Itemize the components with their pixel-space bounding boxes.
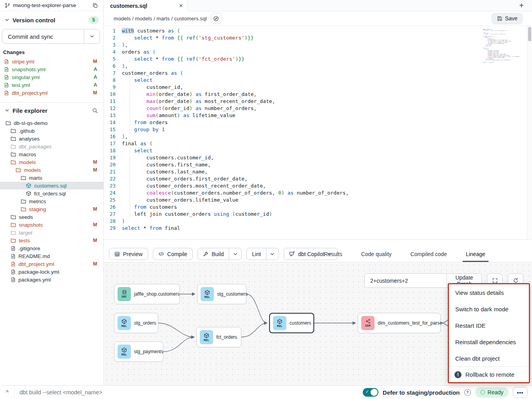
tree-item-package-lock.yml[interactable]: package-lock.yml: [0, 268, 103, 276]
menu-item-clean-dbt-project[interactable]: Clean dbt project: [449, 350, 529, 367]
tree-item-snapshots[interactable]: snapshotsM: [0, 221, 103, 229]
lint-options-chevron[interactable]: [266, 248, 279, 260]
tree-item-packages.yml[interactable]: packages.yml: [0, 276, 103, 283]
chevron-down-icon: [5, 108, 9, 113]
close-tab-icon[interactable]: ×: [179, 2, 183, 9]
tree-item-seeds[interactable]: seeds: [0, 213, 103, 221]
defer-toggle[interactable]: ✓: [363, 388, 378, 397]
file-tree: db-sl-qs-demo.githubanalysesdbt_packages…: [0, 119, 103, 283]
copilot-compass-button[interactable]: [211, 13, 222, 24]
file-search-button[interactable]: [91, 107, 99, 114]
help-icon[interactable]: ?: [464, 389, 471, 396]
menu-item-rollback-to-remote[interactable]: ! Rollback to remote: [449, 367, 529, 382]
lineage-node-stg_orders[interactable]: MDLstg_orders: [114, 313, 158, 333]
tree-item-models[interactable]: modelsM: [0, 166, 103, 174]
tab-code-quality[interactable]: Code quality: [360, 246, 393, 262]
menu-item-view-status-details[interactable]: View status details: [449, 284, 529, 301]
tree-item-label: staging: [29, 206, 90, 212]
tab-results[interactable]: Results: [323, 246, 343, 262]
compile-button[interactable]: Compile: [153, 248, 193, 260]
lint-button[interactable]: Lint: [247, 248, 266, 260]
tree-item-staging[interactable]: stagingM: [0, 205, 103, 213]
menu-item-restart-ide[interactable]: Restart IDE: [449, 317, 529, 334]
editor-scrollbar[interactable]: [527, 26, 532, 239]
line-number: 5: [104, 56, 122, 63]
preview-button[interactable]: Preview: [109, 248, 148, 260]
tree-item-label: tests: [19, 238, 90, 244]
change-row-dbt_project.yml[interactable]: dbt_project.ymlM: [0, 89, 103, 97]
build-options-chevron[interactable]: [229, 248, 241, 260]
version-control-header[interactable]: Version control 5: [0, 14, 103, 26]
mdl-badge: MDL: [118, 316, 131, 330]
ide-status-badge[interactable]: Ready: [475, 387, 508, 397]
tree-item-models[interactable]: modelsM: [0, 158, 103, 166]
tree-item-macros[interactable]: macros: [0, 150, 103, 158]
command-input[interactable]: dbt build --select <model_name>: [15, 389, 363, 395]
changes-count-badge: 5: [89, 16, 99, 24]
tree-item-label: customers.sql: [34, 183, 97, 189]
copy-project-button[interactable]: [92, 2, 99, 9]
tree-item-tests[interactable]: testsM: [0, 237, 103, 244]
folder-icon: [11, 214, 16, 220]
file-icon: [11, 246, 16, 251]
tree-item-marts[interactable]: marts: [0, 174, 103, 182]
node-label: stg_customers: [217, 291, 248, 297]
tree-item-metrics[interactable]: metrics: [0, 197, 103, 205]
line-number: 24: [104, 190, 122, 197]
tree-item-label: metrics: [29, 199, 97, 204]
tree-item-customers.sql[interactable]: customers.sql: [0, 182, 103, 190]
menu-item-switch-to-dark-mode[interactable]: Switch to dark mode: [449, 301, 529, 317]
line-number: 8: [104, 77, 122, 84]
tree-item-README.md[interactable]: README.md: [0, 252, 103, 260]
tree-item-dbt_packages[interactable]: dbt_packages: [0, 143, 103, 150]
line-number: 23: [104, 182, 122, 190]
scrollbar-thumb[interactable]: [528, 27, 531, 41]
tree-item-dbt_project.yml[interactable]: dbt_project.ymlM: [0, 260, 103, 268]
tab-compiled-code[interactable]: Compiled code: [410, 246, 448, 262]
change-row-singular.yml[interactable]: singular.ymlA: [0, 73, 103, 81]
code-editor[interactable]: 1with customers as (2 select * from {{ r…: [104, 26, 532, 240]
change-row-snapshots.yml[interactable]: snapshots.ymlA: [0, 65, 103, 73]
tree-item-label: fct_orders.sql: [34, 191, 97, 197]
code-line-11: 11 max(order_date) as most_recent_order_…: [104, 98, 532, 105]
lineage-node-jaffle_shop.customers[interactable]: SRCjaffle_shop.customers: [114, 284, 180, 304]
tab-lineage[interactable]: Lineage: [465, 246, 486, 262]
lineage-node-customers[interactable]: MDLcustomers: [269, 313, 314, 333]
tree-item-.github[interactable]: .github: [0, 127, 103, 135]
build-split-button: Build: [197, 248, 242, 260]
commit-and-sync-button[interactable]: Commit and sync: [2, 29, 84, 43]
more-options-button[interactable]: •••: [513, 387, 528, 398]
tree-item-db-sl-qs-demo[interactable]: db-sl-qs-demo: [0, 119, 103, 127]
lineage-node-stg_payments[interactable]: MDLstg_payments: [114, 341, 163, 362]
tree-item-analyses[interactable]: analyses: [0, 135, 103, 143]
tree-item-label: marts: [29, 175, 97, 181]
build-button[interactable]: Build: [198, 248, 229, 260]
tree-item-status: M: [93, 222, 97, 227]
lineage-node-dim_customers_test_for_parse[interactable]: SEMdim_customers_test_for_parse: [358, 313, 441, 333]
change-status: M: [93, 90, 97, 96]
line-number: 27: [104, 211, 122, 218]
save-icon: [497, 16, 502, 21]
folder-icon: [11, 238, 16, 243]
lineage-node-fct_orders[interactable]: MDLfct_orders: [196, 327, 241, 347]
commit-options-chevron[interactable]: [84, 29, 100, 43]
file-explorer-header[interactable]: File explorer: [0, 104, 103, 117]
rollback-label: Rollback to remote: [465, 371, 514, 378]
new-tab-button[interactable]: +: [516, 0, 527, 11]
save-button[interactable]: Save: [492, 13, 523, 24]
menu-item-reinstall-dependencies[interactable]: Reinstall dependencies: [449, 334, 529, 350]
tree-item-target[interactable]: target: [0, 229, 103, 237]
tab-customers-sql[interactable]: customers.sql ×: [104, 0, 188, 11]
tree-item-.gitignore[interactable]: .gitignore: [0, 244, 103, 252]
tree-item-fct_orders.sql[interactable]: fct_orders.sql: [0, 190, 103, 197]
change-row-stripe.yml[interactable]: stripe.ymlM: [0, 58, 103, 65]
code-line-9: 9 customer_id,: [104, 84, 532, 91]
lineage-node-stg_customers[interactable]: MDLstg_customers: [197, 284, 246, 304]
code-line-7: 7customer_orders as (: [104, 70, 532, 77]
line-number: 6: [104, 63, 122, 70]
change-row-test.yml[interactable]: test.ymlA: [0, 81, 103, 89]
collapse-command-bar-chevron[interactable]: ^: [0, 386, 15, 399]
tree-item-label: README.md: [18, 253, 97, 259]
lineage-selector-input[interactable]: [365, 274, 447, 287]
node-label: customers: [290, 320, 311, 326]
